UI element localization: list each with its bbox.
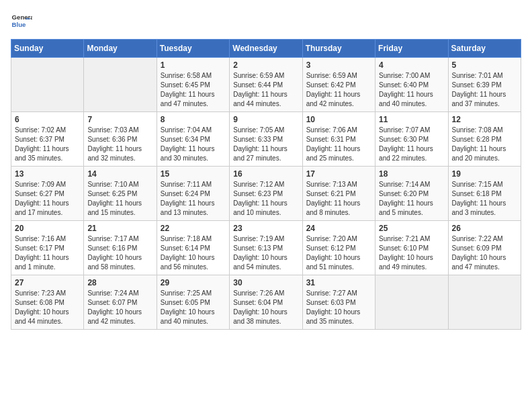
calendar-cell: 12Sunrise: 7:08 AM Sunset: 6:28 PM Dayli… xyxy=(448,112,521,167)
day-info: Sunrise: 7:14 AM Sunset: 6:20 PM Dayligh… xyxy=(379,180,444,218)
calendar-cell xyxy=(375,275,448,330)
logo: General Blue xyxy=(11,11,32,32)
day-header-thursday: Thursday xyxy=(302,40,375,58)
day-number: 11 xyxy=(379,115,444,124)
day-number: 29 xyxy=(161,278,226,287)
day-header-sunday: Sunday xyxy=(11,40,84,58)
calendar-cell: 1Sunrise: 6:58 AM Sunset: 6:45 PM Daylig… xyxy=(157,58,229,112)
day-info: Sunrise: 7:19 AM Sunset: 6:13 PM Dayligh… xyxy=(233,234,298,272)
day-info: Sunrise: 7:11 AM Sunset: 6:24 PM Dayligh… xyxy=(161,180,226,218)
day-number: 1 xyxy=(161,60,226,70)
day-info: Sunrise: 7:08 AM Sunset: 6:28 PM Dayligh… xyxy=(452,126,517,163)
day-info: Sunrise: 7:07 AM Sunset: 6:30 PM Dayligh… xyxy=(379,126,444,163)
day-header-tuesday: Tuesday xyxy=(157,40,229,58)
day-number: 14 xyxy=(87,169,152,179)
day-number: 2 xyxy=(233,60,298,70)
calendar-cell: 6Sunrise: 7:02 AM Sunset: 6:37 PM Daylig… xyxy=(11,112,84,167)
calendar-cell: 8Sunrise: 7:04 AM Sunset: 6:34 PM Daylig… xyxy=(157,112,229,167)
day-info: Sunrise: 7:23 AM Sunset: 6:08 PM Dayligh… xyxy=(15,289,80,326)
calendar-cell: 13Sunrise: 7:09 AM Sunset: 6:27 PM Dayli… xyxy=(11,167,84,221)
calendar-table: SundayMondayTuesdayWednesdayThursdayFrid… xyxy=(11,39,521,330)
day-number: 15 xyxy=(161,169,226,179)
day-info: Sunrise: 7:17 AM Sunset: 6:16 PM Dayligh… xyxy=(87,234,152,272)
day-header-wednesday: Wednesday xyxy=(230,40,302,58)
day-number: 22 xyxy=(161,224,226,233)
day-header-friday: Friday xyxy=(375,40,448,58)
day-number: 7 xyxy=(87,115,152,124)
calendar-cell: 4Sunrise: 7:00 AM Sunset: 6:40 PM Daylig… xyxy=(375,58,448,112)
day-info: Sunrise: 6:59 AM Sunset: 6:42 PM Dayligh… xyxy=(306,71,371,109)
week-row-4: 20Sunrise: 7:16 AM Sunset: 6:17 PM Dayli… xyxy=(11,221,521,275)
day-number: 18 xyxy=(379,169,444,179)
svg-text:Blue: Blue xyxy=(12,21,26,28)
day-number: 8 xyxy=(161,115,226,124)
svg-text:General: General xyxy=(12,13,32,21)
day-info: Sunrise: 7:03 AM Sunset: 6:36 PM Dayligh… xyxy=(87,126,152,163)
day-number: 19 xyxy=(452,169,517,179)
calendar-cell: 15Sunrise: 7:11 AM Sunset: 6:24 PM Dayli… xyxy=(157,167,229,221)
week-row-5: 27Sunrise: 7:23 AM Sunset: 6:08 PM Dayli… xyxy=(11,275,521,330)
day-number: 4 xyxy=(379,60,444,70)
day-info: Sunrise: 6:58 AM Sunset: 6:45 PM Dayligh… xyxy=(161,71,226,109)
calendar-cell: 9Sunrise: 7:05 AM Sunset: 6:33 PM Daylig… xyxy=(230,112,302,167)
day-number: 13 xyxy=(15,169,80,179)
day-info: Sunrise: 7:00 AM Sunset: 6:40 PM Dayligh… xyxy=(379,71,444,109)
calendar-cell: 30Sunrise: 7:26 AM Sunset: 6:04 PM Dayli… xyxy=(230,275,302,330)
calendar-cell: 31Sunrise: 7:27 AM Sunset: 6:03 PM Dayli… xyxy=(302,275,375,330)
calendar-cell: 21Sunrise: 7:17 AM Sunset: 6:16 PM Dayli… xyxy=(84,221,157,275)
calendar-cell: 25Sunrise: 7:21 AM Sunset: 6:10 PM Dayli… xyxy=(375,221,448,275)
calendar-cell: 10Sunrise: 7:06 AM Sunset: 6:31 PM Dayli… xyxy=(302,112,375,167)
calendar-cell: 14Sunrise: 7:10 AM Sunset: 6:25 PM Dayli… xyxy=(84,167,157,221)
calendar-cell: 23Sunrise: 7:19 AM Sunset: 6:13 PM Dayli… xyxy=(230,221,302,275)
day-number: 17 xyxy=(306,169,371,179)
week-row-3: 13Sunrise: 7:09 AM Sunset: 6:27 PM Dayli… xyxy=(11,167,521,221)
day-info: Sunrise: 7:15 AM Sunset: 6:18 PM Dayligh… xyxy=(452,180,517,218)
week-row-2: 6Sunrise: 7:02 AM Sunset: 6:37 PM Daylig… xyxy=(11,112,521,167)
day-info: Sunrise: 7:22 AM Sunset: 6:09 PM Dayligh… xyxy=(452,234,517,272)
day-header-monday: Monday xyxy=(84,40,157,58)
day-number: 26 xyxy=(452,224,517,233)
calendar-cell: 19Sunrise: 7:15 AM Sunset: 6:18 PM Dayli… xyxy=(448,167,521,221)
day-info: Sunrise: 7:12 AM Sunset: 6:23 PM Dayligh… xyxy=(233,180,298,218)
day-number: 6 xyxy=(15,115,80,124)
day-info: Sunrise: 7:10 AM Sunset: 6:25 PM Dayligh… xyxy=(87,180,152,218)
day-info: Sunrise: 7:02 AM Sunset: 6:37 PM Dayligh… xyxy=(15,126,80,163)
day-info: Sunrise: 7:26 AM Sunset: 6:04 PM Dayligh… xyxy=(233,289,298,326)
day-number: 31 xyxy=(306,278,371,287)
day-number: 16 xyxy=(233,169,298,179)
day-info: Sunrise: 7:25 AM Sunset: 6:05 PM Dayligh… xyxy=(161,289,226,326)
calendar-cell xyxy=(448,275,521,330)
day-number: 24 xyxy=(306,224,371,233)
calendar-cell: 28Sunrise: 7:24 AM Sunset: 6:07 PM Dayli… xyxy=(84,275,157,330)
calendar-cell: 18Sunrise: 7:14 AM Sunset: 6:20 PM Dayli… xyxy=(375,167,448,221)
day-info: Sunrise: 7:04 AM Sunset: 6:34 PM Dayligh… xyxy=(161,126,226,163)
calendar-cell: 2Sunrise: 6:59 AM Sunset: 6:44 PM Daylig… xyxy=(230,58,302,112)
calendar-cell: 20Sunrise: 7:16 AM Sunset: 6:17 PM Dayli… xyxy=(11,221,84,275)
day-number: 5 xyxy=(452,60,517,70)
logo-icon: General Blue xyxy=(11,11,32,32)
day-info: Sunrise: 7:05 AM Sunset: 6:33 PM Dayligh… xyxy=(233,126,298,163)
day-number: 23 xyxy=(233,224,298,233)
calendar-cell xyxy=(84,58,157,112)
day-number: 30 xyxy=(233,278,298,287)
day-info: Sunrise: 7:13 AM Sunset: 6:21 PM Dayligh… xyxy=(306,180,371,218)
day-number: 28 xyxy=(87,278,152,287)
calendar-cell xyxy=(11,58,84,112)
calendar-cell: 11Sunrise: 7:07 AM Sunset: 6:30 PM Dayli… xyxy=(375,112,448,167)
day-info: Sunrise: 7:27 AM Sunset: 6:03 PM Dayligh… xyxy=(306,289,371,326)
day-number: 25 xyxy=(379,224,444,233)
day-number: 12 xyxy=(452,115,517,124)
day-header-saturday: Saturday xyxy=(448,40,521,58)
day-info: Sunrise: 7:18 AM Sunset: 6:14 PM Dayligh… xyxy=(161,234,226,272)
calendar-cell: 27Sunrise: 7:23 AM Sunset: 6:08 PM Dayli… xyxy=(11,275,84,330)
day-info: Sunrise: 6:59 AM Sunset: 6:44 PM Dayligh… xyxy=(233,71,298,109)
day-number: 9 xyxy=(233,115,298,124)
calendar-cell: 17Sunrise: 7:13 AM Sunset: 6:21 PM Dayli… xyxy=(302,167,375,221)
calendar-cell: 24Sunrise: 7:20 AM Sunset: 6:12 PM Dayli… xyxy=(302,221,375,275)
calendar-cell: 5Sunrise: 7:01 AM Sunset: 6:39 PM Daylig… xyxy=(448,58,521,112)
day-info: Sunrise: 7:09 AM Sunset: 6:27 PM Dayligh… xyxy=(15,180,80,218)
calendar-cell: 16Sunrise: 7:12 AM Sunset: 6:23 PM Dayli… xyxy=(230,167,302,221)
calendar-cell: 3Sunrise: 6:59 AM Sunset: 6:42 PM Daylig… xyxy=(302,58,375,112)
day-info: Sunrise: 7:21 AM Sunset: 6:10 PM Dayligh… xyxy=(379,234,444,272)
calendar-cell: 29Sunrise: 7:25 AM Sunset: 6:05 PM Dayli… xyxy=(157,275,229,330)
